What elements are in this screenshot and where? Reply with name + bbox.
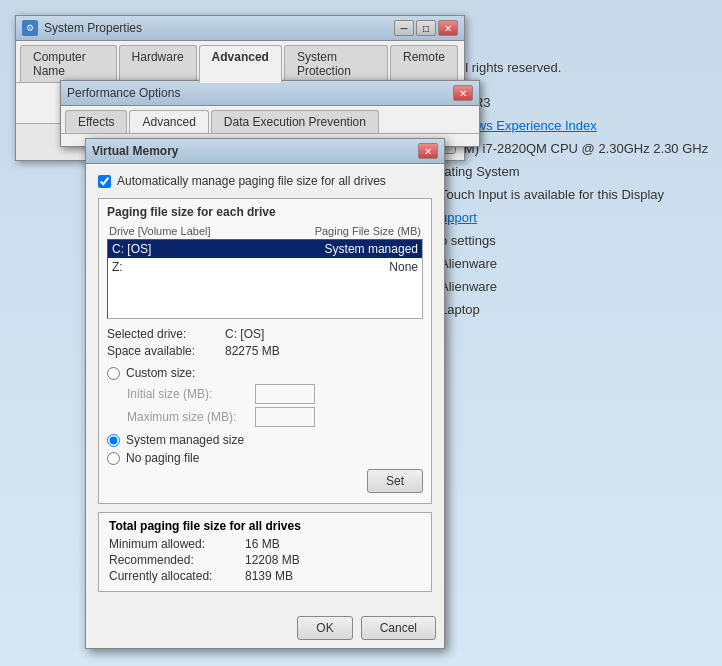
perf-close[interactable]: ✕ xyxy=(453,85,473,101)
currently-allocated-row: Currently allocated: 8139 MB xyxy=(109,569,421,583)
min-allowed-label: Minimum allowed: xyxy=(109,537,239,551)
bg-info-panel: n. All rights reserved. M17XR3 Windows E… xyxy=(440,60,708,325)
set-button[interactable]: Set xyxy=(367,469,423,493)
perf-options-titlebar: Performance Options ✕ xyxy=(61,81,479,106)
initial-size-input[interactable] xyxy=(255,384,315,404)
bg-experience-index[interactable]: Windows Experience Index xyxy=(440,118,708,133)
performance-options-window: Performance Options ✕ Effects Advanced D… xyxy=(60,80,480,147)
virt-mem-close[interactable]: ✕ xyxy=(418,143,438,159)
drive-list[interactable]: C: [OS] System managed Z: None xyxy=(107,239,423,319)
system-managed-radio[interactable] xyxy=(107,434,120,447)
bg-support-link[interactable]: upport xyxy=(440,210,708,225)
perf-tabs: Effects Advanced Data Execution Preventi… xyxy=(61,106,479,134)
selected-drive-row: Selected drive: C: [OS] xyxy=(107,327,423,341)
drive-z-size: None xyxy=(389,260,418,274)
recommended-label: Recommended: xyxy=(109,553,239,567)
drive-table-header: Drive [Volume Label] Paging File Size (M… xyxy=(107,225,423,237)
auto-manage-row: Automatically manage paging file size fo… xyxy=(98,174,432,188)
sys-props-tabs: Computer Name Hardware Advanced System P… xyxy=(16,41,464,83)
custom-size-radio[interactable] xyxy=(107,367,120,380)
sys-props-icon: ⚙ xyxy=(22,20,38,36)
sys-props-controls: ─ □ ✕ xyxy=(394,20,458,36)
bg-computer-name: M17XR3 xyxy=(440,95,708,110)
max-size-label: Maximum size (MB): xyxy=(127,410,247,424)
sys-props-maximize[interactable]: □ xyxy=(416,20,436,36)
size-inputs: Initial size (MB): Maximum size (MB): xyxy=(127,384,423,427)
dialog-buttons: OK Cancel xyxy=(86,610,444,648)
no-paging-radio[interactable] xyxy=(107,452,120,465)
max-size-row: Maximum size (MB): xyxy=(127,407,423,427)
custom-size-label: Custom size: xyxy=(126,366,195,380)
bg-settings: p settings xyxy=(440,233,708,248)
sys-props-minimize[interactable]: ─ xyxy=(394,20,414,36)
sys-props-titlebar: ⚙ System Properties ─ □ ✕ xyxy=(16,16,464,41)
totals-title: Total paging file size for all drives xyxy=(109,519,421,533)
bg-brand2: Alienware xyxy=(440,279,708,294)
virt-mem-title: Virtual Memory xyxy=(92,144,178,158)
min-allowed-row: Minimum allowed: 16 MB xyxy=(109,537,421,551)
space-available-value: 82275 MB xyxy=(225,344,280,358)
perf-tab-effects[interactable]: Effects xyxy=(65,110,127,133)
bg-cpu-info: re(TM) i7-2820QM CPU @ 2.30GHz 2.30 GHz xyxy=(440,141,708,156)
drive-col-header: Drive [Volume Label] xyxy=(109,225,211,237)
paging-group-title: Paging file size for each drive xyxy=(107,205,423,219)
perf-tab-advanced[interactable]: Advanced xyxy=(129,110,208,133)
bg-touch-label: Touch Input is available for this Displa… xyxy=(440,187,708,202)
set-btn-row: Set xyxy=(107,469,423,493)
bg-rights-text: n. All rights reserved. xyxy=(440,60,708,75)
custom-size-row: Custom size: xyxy=(107,366,423,380)
initial-size-label: Initial size (MB): xyxy=(127,387,247,401)
virt-mem-body: Automatically manage paging file size fo… xyxy=(86,164,444,610)
virt-mem-ok-button[interactable]: OK xyxy=(297,616,352,640)
drive-row-c[interactable]: C: [OS] System managed xyxy=(108,240,422,258)
recommended-row: Recommended: 12208 MB xyxy=(109,553,421,567)
tab-hardware[interactable]: Hardware xyxy=(119,45,197,82)
bg-type-label: Laptop xyxy=(440,302,708,317)
perf-controls: ✕ xyxy=(453,85,473,101)
tab-advanced[interactable]: Advanced xyxy=(199,45,282,83)
virt-mem-cancel-button[interactable]: Cancel xyxy=(361,616,436,640)
paging-group: Paging file size for each drive Drive [V… xyxy=(98,198,432,504)
drive-c-label: C: [OS] xyxy=(112,242,151,256)
system-managed-row: System managed size xyxy=(107,433,423,447)
drive-z-label: Z: xyxy=(112,260,123,274)
recommended-value: 12208 MB xyxy=(245,553,300,567)
tab-remote[interactable]: Remote xyxy=(390,45,458,82)
sys-props-close[interactable]: ✕ xyxy=(438,20,458,36)
no-paging-label: No paging file xyxy=(126,451,199,465)
selected-drive-value: C: [OS] xyxy=(225,327,264,341)
drive-row-z[interactable]: Z: None xyxy=(108,258,422,276)
min-allowed-value: 16 MB xyxy=(245,537,280,551)
selected-drive-info: Selected drive: C: [OS] Space available:… xyxy=(107,327,423,358)
no-paging-row: No paging file xyxy=(107,451,423,465)
perf-tab-dep[interactable]: Data Execution Prevention xyxy=(211,110,379,133)
radio-options: Custom size: Initial size (MB): Maximum … xyxy=(107,366,423,465)
currently-allocated-label: Currently allocated: xyxy=(109,569,239,583)
sys-props-title: ⚙ System Properties xyxy=(22,20,142,36)
totals-group: Total paging file size for all drives Mi… xyxy=(98,512,432,592)
system-managed-label: System managed size xyxy=(126,433,244,447)
auto-manage-label: Automatically manage paging file size fo… xyxy=(117,174,386,188)
max-size-input[interactable] xyxy=(255,407,315,427)
space-available-row: Space available: 82275 MB xyxy=(107,344,423,358)
virtual-memory-dialog: Virtual Memory ✕ Automatically manage pa… xyxy=(85,138,445,649)
virt-mem-titlebar: Virtual Memory ✕ xyxy=(86,139,444,164)
initial-size-row: Initial size (MB): xyxy=(127,384,423,404)
bg-brand1: Alienware xyxy=(440,256,708,271)
tab-computer-name[interactable]: Computer Name xyxy=(20,45,117,82)
auto-manage-checkbox[interactable] xyxy=(98,175,111,188)
drive-c-size: System managed xyxy=(325,242,418,256)
tab-system-protection[interactable]: System Protection xyxy=(284,45,388,82)
bg-os-label: rating System xyxy=(440,164,708,179)
currently-allocated-value: 8139 MB xyxy=(245,569,293,583)
perf-options-title: Performance Options xyxy=(67,86,180,100)
size-col-header: Paging File Size (MB) xyxy=(315,225,421,237)
selected-drive-label: Selected drive: xyxy=(107,327,217,341)
space-available-label: Space available: xyxy=(107,344,217,358)
